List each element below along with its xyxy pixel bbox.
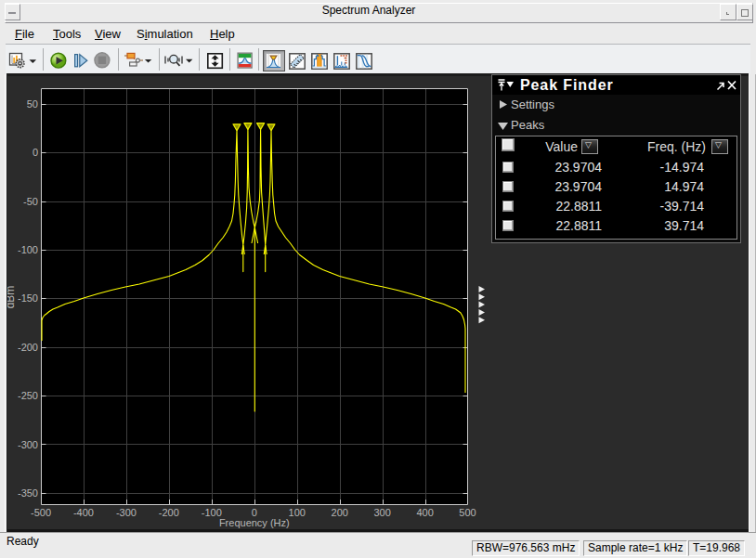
svg-text:-300: -300 — [116, 507, 137, 518]
svg-text:-250: -250 — [18, 390, 38, 401]
svg-text:0: 0 — [33, 147, 38, 158]
svg-text:300: 300 — [373, 507, 390, 518]
svg-text:500: 500 — [459, 507, 476, 518]
svg-text:Frequency (Hz): Frequency (Hz) — [219, 517, 290, 528]
svg-text:200: 200 — [332, 507, 348, 518]
svg-text:-350: -350 — [18, 487, 38, 499]
svg-text:-150: -150 — [18, 292, 38, 304]
svg-text:-200: -200 — [18, 342, 38, 353]
svg-text:-400: -400 — [73, 507, 94, 518]
svg-text:50: 50 — [27, 98, 38, 110]
svg-text:-500: -500 — [31, 507, 51, 518]
svg-text:-50: -50 — [23, 196, 38, 207]
svg-text:-300: -300 — [18, 439, 38, 450]
svg-text:dBm: dBm — [7, 286, 17, 309]
svg-text:-100: -100 — [18, 244, 38, 255]
svg-text:100: 100 — [289, 507, 306, 518]
svg-text:400: 400 — [416, 507, 433, 518]
svg-text:-200: -200 — [159, 507, 179, 518]
